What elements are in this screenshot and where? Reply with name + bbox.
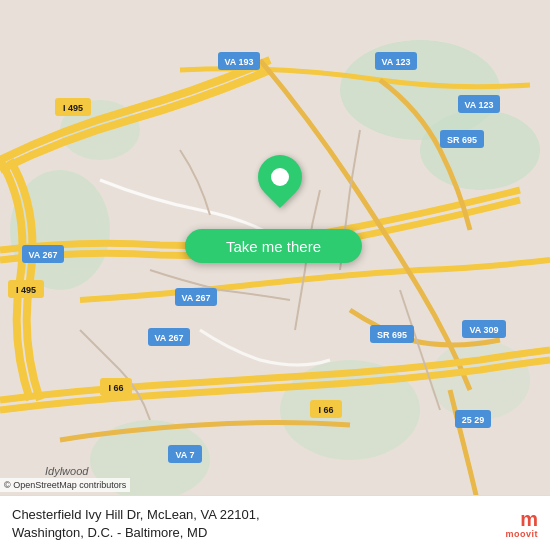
- svg-text:I 495: I 495: [63, 103, 83, 113]
- svg-text:I 495: I 495: [16, 285, 36, 295]
- svg-text:VA 267: VA 267: [28, 250, 57, 260]
- map-container: I 495 VA 193 VA 123 VA 123 SR 695 VA 267…: [0, 0, 550, 550]
- svg-text:VA 267: VA 267: [154, 333, 183, 343]
- svg-text:VA 267: VA 267: [181, 293, 210, 303]
- attribution-text: © OpenStreetMap contributors: [4, 480, 126, 490]
- pin-marker: [249, 146, 311, 208]
- svg-text:SR 695: SR 695: [377, 330, 407, 340]
- svg-text:VA 123: VA 123: [464, 100, 493, 110]
- moovit-symbol: m: [520, 509, 538, 529]
- osm-attribution: © OpenStreetMap contributors: [0, 478, 130, 492]
- svg-text:I 66: I 66: [318, 405, 333, 415]
- moovit-text: moovit: [505, 529, 538, 539]
- svg-text:VA 309: VA 309: [469, 325, 498, 335]
- svg-text:SR 695: SR 695: [447, 135, 477, 145]
- moovit-logo: m moovit: [505, 509, 538, 539]
- location-pin: [258, 155, 302, 199]
- map-svg: I 495 VA 193 VA 123 VA 123 SR 695 VA 267…: [0, 0, 550, 550]
- svg-text:VA 7: VA 7: [175, 450, 194, 460]
- svg-text:Idylwood: Idylwood: [45, 465, 89, 477]
- address-text: Chesterfield Ivy Hill Dr, McLean, VA 221…: [12, 506, 495, 542]
- address-line2: Washington, D.C. - Baltimore, MD: [12, 525, 207, 540]
- cta-label: Take me there: [226, 238, 321, 255]
- svg-text:25 29: 25 29: [462, 415, 485, 425]
- svg-text:VA 193: VA 193: [224, 57, 253, 67]
- svg-text:VA 123: VA 123: [381, 57, 410, 67]
- take-me-there-button[interactable]: Take me there: [185, 229, 362, 263]
- address-line1: Chesterfield Ivy Hill Dr, McLean, VA 221…: [12, 507, 260, 522]
- pin-inner-dot: [271, 168, 289, 186]
- info-bar: Chesterfield Ivy Hill Dr, McLean, VA 221…: [0, 495, 550, 550]
- svg-text:I 66: I 66: [108, 383, 123, 393]
